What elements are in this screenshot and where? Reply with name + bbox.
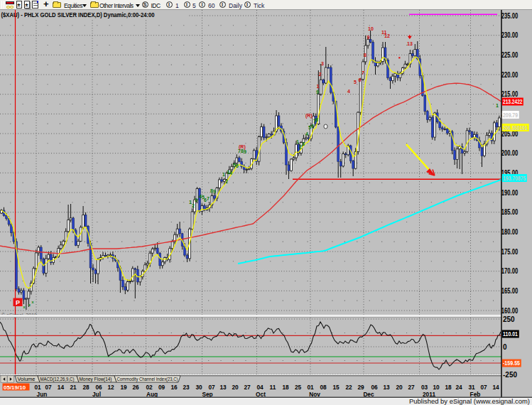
svg-text:08: 08 <box>320 384 327 391</box>
svg-text:Volume: Volume <box>18 376 36 382</box>
svg-text:170.00: 170.00 <box>501 267 519 275</box>
svg-text:9: 9 <box>244 149 246 154</box>
svg-text:12: 12 <box>384 33 390 38</box>
svg-text:2: 2 <box>192 203 195 208</box>
svg-text:206.550191: 206.550191 <box>503 124 528 131</box>
svg-text:190.00: 190.00 <box>501 189 519 197</box>
svg-text:3: 3 <box>321 61 324 66</box>
svg-text:2: 2 <box>319 72 322 77</box>
svg-text:28: 28 <box>82 384 89 391</box>
svg-text:02: 02 <box>146 384 153 391</box>
svg-text:1: 1 <box>222 172 225 177</box>
svg-text:8: 8 <box>315 117 318 122</box>
svg-text:0: 0 <box>503 343 507 351</box>
svg-text:4: 4 <box>305 131 308 136</box>
svg-text:31: 31 <box>468 384 475 391</box>
svg-text:05/19/10: 05/19/10 <box>4 384 26 391</box>
svg-text:2: 2 <box>225 179 228 184</box>
svg-text:27: 27 <box>244 384 251 391</box>
svg-text:07: 07 <box>45 384 52 391</box>
svg-text:16: 16 <box>170 384 178 391</box>
svg-text:213.2422: 213.2422 <box>503 98 523 105</box>
svg-text:235.00: 235.00 <box>501 12 519 20</box>
svg-text:185.00: 185.00 <box>501 208 519 216</box>
svg-text:1: 1 <box>317 84 320 89</box>
svg-text:215.00: 215.00 <box>501 90 519 98</box>
svg-text:30: 30 <box>195 384 202 391</box>
svg-text:13: 13 <box>219 384 227 391</box>
svg-text:MACD(12,26,9,C): MACD(12,26,9,C) <box>40 376 75 382</box>
svg-text:29: 29 <box>357 384 364 391</box>
svg-text:(R): (R) <box>305 113 313 119</box>
svg-text:Jul: Jul <box>92 391 101 398</box>
svg-text:6: 6 <box>236 163 239 168</box>
svg-text:193.70875: 193.70875 <box>503 175 526 182</box>
svg-text:15: 15 <box>332 384 340 391</box>
svg-text:7: 7 <box>207 196 210 201</box>
svg-text:27: 27 <box>408 384 415 391</box>
svg-text:25: 25 <box>295 384 302 391</box>
svg-text:Aug: Aug <box>146 391 158 398</box>
svg-text:230.00: 230.00 <box>501 31 519 39</box>
svg-text:5: 5 <box>354 80 357 85</box>
svg-text:P: P <box>16 299 20 306</box>
svg-text:209.79: 209.79 <box>503 112 518 119</box>
svg-text:18: 18 <box>282 384 289 391</box>
svg-text:8: 8 <box>364 53 367 58</box>
svg-text:9: 9 <box>316 90 319 94</box>
svg-text:-250: -250 <box>503 371 517 379</box>
svg-text:13: 13 <box>383 384 390 391</box>
svg-text:(R): (R) <box>239 144 246 150</box>
svg-text:03: 03 <box>421 384 428 391</box>
svg-text:Jun: Jun <box>37 391 48 398</box>
svg-text:7: 7 <box>362 70 364 75</box>
svg-text:3: 3 <box>195 198 197 202</box>
svg-text:04: 04 <box>256 384 264 391</box>
svg-text:21: 21 <box>70 384 77 391</box>
svg-text:18: 18 <box>445 384 452 391</box>
svg-text:250: 250 <box>503 315 515 323</box>
svg-text:4: 4 <box>347 89 350 94</box>
svg-text:225.00: 225.00 <box>501 51 519 59</box>
svg-text:($XAU) - PHLX GOLD SILVER INDE: ($XAU) - PHLX GOLD SILVER INDEX,D) Dynam… <box>1 11 155 18</box>
svg-text:13: 13 <box>407 41 413 46</box>
svg-text:180.00: 180.00 <box>501 228 519 236</box>
svg-text:200.00: 200.00 <box>501 149 519 157</box>
svg-text:Published by eSignal (www.esig: Published by eSignal (www.esignal.com) <box>409 397 530 405</box>
svg-text:14: 14 <box>58 384 65 391</box>
svg-text:Dec: Dec <box>363 391 374 398</box>
svg-text:Oct: Oct <box>256 391 266 398</box>
svg-text:4: 4 <box>229 171 232 176</box>
svg-text:1: 1 <box>296 139 299 144</box>
svg-text:07: 07 <box>208 384 215 391</box>
svg-text:06: 06 <box>371 384 378 391</box>
svg-text:22: 22 <box>345 384 352 391</box>
svg-text:220.00: 220.00 <box>501 71 519 79</box>
svg-text:10: 10 <box>368 26 374 31</box>
svg-text:23: 23 <box>183 384 190 391</box>
svg-text:09: 09 <box>158 384 165 391</box>
svg-text:Sep: Sep <box>202 391 212 398</box>
svg-text:9: 9 <box>367 35 370 40</box>
svg-text:110.01: 110.01 <box>503 330 518 338</box>
svg-text:01: 01 <box>34 384 41 391</box>
svg-text:12: 12 <box>107 384 114 391</box>
svg-text:20: 20 <box>232 384 239 391</box>
svg-text:6: 6 <box>311 124 314 129</box>
svg-text:20: 20 <box>396 384 403 391</box>
svg-text:07: 07 <box>480 384 487 391</box>
svg-text:Money Flow(14): Money Flow(14) <box>80 376 112 382</box>
svg-text:06: 06 <box>95 384 102 391</box>
svg-text:160.00: 160.00 <box>501 307 519 315</box>
svg-text:Commodity Channel Index(23,C): Commodity Channel Index(23,C) <box>117 376 178 382</box>
svg-text:01: 01 <box>307 384 314 391</box>
svg-text:24: 24 <box>455 384 462 391</box>
svg-text:14: 14 <box>492 384 499 391</box>
svg-text:1: 1 <box>496 103 499 108</box>
svg-text:9: 9 <box>213 189 216 194</box>
svg-text:165.00: 165.00 <box>501 287 519 295</box>
svg-text:19: 19 <box>120 384 127 391</box>
svg-text:11: 11 <box>270 384 276 391</box>
svg-text:-159.55: -159.55 <box>503 360 520 367</box>
svg-text:Nov: Nov <box>309 391 320 398</box>
